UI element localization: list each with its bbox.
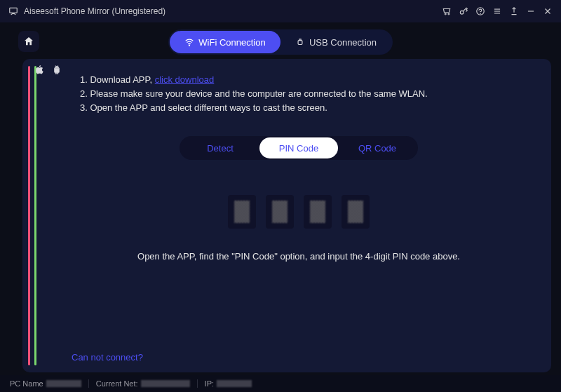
device-rails [22,66,50,365]
svg-rect-0 [10,8,18,13]
connection-tabs: WiFi Connection USB Connection [168,29,393,55]
current-net-label: Current Net: [96,379,138,388]
app-logo-icon [8,6,18,16]
pin-icon[interactable] [509,6,519,16]
pc-name-label: PC Name [10,379,43,388]
cart-icon[interactable] [442,6,452,16]
inst-line2: 2. Please make sure your device and the … [80,87,533,101]
svg-point-1 [445,13,446,15]
cannot-connect-link[interactable]: Can not connect? [72,352,143,363]
svg-point-2 [448,13,450,15]
svg-rect-13 [298,41,302,45]
tab-qrcode[interactable]: QR Code [338,137,417,158]
pin-hint: Open the APP, find the "PIN Code" option… [65,251,533,262]
close-icon[interactable] [543,6,553,16]
feedback-icon[interactable] [475,6,485,16]
current-net-value [141,380,190,387]
usb-icon [295,37,305,47]
tab-usb[interactable]: USB Connection [280,31,391,53]
status-bar: PC Name Current Net: IP: [0,375,561,392]
pin-digit-2 [266,195,294,229]
wifi-icon [184,37,194,47]
svg-point-15 [58,67,58,67]
home-button[interactable] [18,31,39,52]
pin-digit-3 [304,195,332,229]
key-icon[interactable] [459,6,468,16]
minimize-icon[interactable] [526,6,536,16]
svg-point-12 [189,45,190,46]
apple-icon[interactable] [35,65,45,74]
svg-point-3 [460,11,464,14]
svg-point-14 [55,67,56,67]
tab-usb-label: USB Connection [309,37,377,48]
ip-label: IP: [205,379,214,388]
tab-pincode[interactable]: PIN Code [259,137,338,158]
pin-display [65,195,533,229]
menu-icon[interactable] [492,6,502,16]
click-download-link[interactable]: click download [155,74,215,85]
method-tabs: Detect PIN Code QR Code [180,136,418,160]
tab-wifi-label: WiFi Connection [198,37,265,48]
tab-detect[interactable]: Detect [181,137,259,158]
ios-rail [28,66,30,365]
ip-value [217,380,252,387]
tab-wifi[interactable]: WiFi Connection [170,31,280,53]
inst-line1-text: 1. Download APP, [80,74,155,85]
android-rail [34,66,36,365]
pc-name-value [46,380,81,387]
instructions: 1. Download APP, click download 2. Pleas… [80,73,533,115]
pin-digit-1 [228,195,256,229]
inst-line3: 3. Open the APP and select different way… [80,101,533,115]
svg-point-5 [480,13,481,14]
android-icon[interactable] [52,65,62,74]
pin-digit-4 [342,195,370,229]
main-panel: 1. Download APP, click download 2. Pleas… [22,59,551,372]
app-title: Aiseesoft Phone Mirror (Unregistered) [24,6,165,16]
